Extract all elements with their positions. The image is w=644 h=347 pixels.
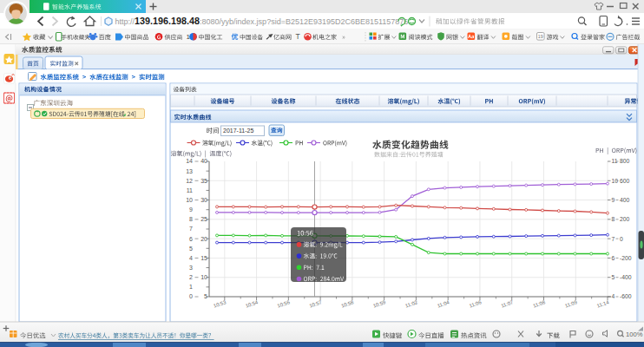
svg-text:30: 30 <box>200 197 207 203</box>
svg-text:http://139.196.198.48:8080/yyb: http://139.196.198.48:8080/yyb/index.jsp… <box>115 16 409 26</box>
svg-text:8: 8 <box>612 216 615 222</box>
svg-text:-200: -200 <box>620 255 632 261</box>
svg-text:600: 600 <box>620 178 630 184</box>
svg-text:3: 3 <box>189 265 193 271</box>
svg-text:9: 9 <box>612 197 615 203</box>
svg-text:40: 40 <box>200 158 207 164</box>
svg-text:400: 400 <box>620 197 630 203</box>
svg-text:7: 7 <box>612 236 615 242</box>
svg-text:35: 35 <box>200 178 207 184</box>
svg-text:6: 6 <box>612 255 615 261</box>
svg-text:12: 12 <box>186 178 193 184</box>
svg-text:5: 5 <box>204 293 207 299</box>
svg-text:4: 4 <box>189 255 193 261</box>
svg-text:8: 8 <box>189 216 193 222</box>
svg-text:0: 0 <box>189 293 193 299</box>
svg-text:-400: -400 <box>620 274 632 280</box>
svg-text:2: 2 <box>189 274 193 280</box>
svg-text:100%: 100% <box>626 331 643 338</box>
svg-text:200: 200 <box>620 216 630 222</box>
svg-text:20: 20 <box>200 236 207 242</box>
svg-text:5: 5 <box>189 246 193 252</box>
svg-text:11: 11 <box>187 187 193 193</box>
svg-text:10: 10 <box>186 197 193 203</box>
svg-text:-600: -600 <box>620 293 632 299</box>
svg-text:15: 15 <box>200 255 207 261</box>
svg-text:2017-11-25: 2017-11-25 <box>223 128 253 134</box>
svg-text:25: 25 <box>200 216 207 222</box>
svg-text:13: 13 <box>186 168 193 174</box>
svg-text:9: 9 <box>189 206 193 213</box>
svg-text:7: 7 <box>189 226 193 232</box>
svg-text:0: 0 <box>620 236 623 242</box>
svg-text:800: 800 <box>620 158 630 164</box>
svg-text:5: 5 <box>612 274 615 280</box>
svg-text:10: 10 <box>200 274 207 280</box>
svg-text:19: 19 <box>538 34 543 39</box>
svg-text:1: 1 <box>189 284 193 290</box>
svg-text:6: 6 <box>189 236 193 242</box>
svg-text:T: T <box>296 32 300 41</box>
svg-text:14: 14 <box>186 158 193 164</box>
svg-text:4: 4 <box>612 293 615 299</box>
